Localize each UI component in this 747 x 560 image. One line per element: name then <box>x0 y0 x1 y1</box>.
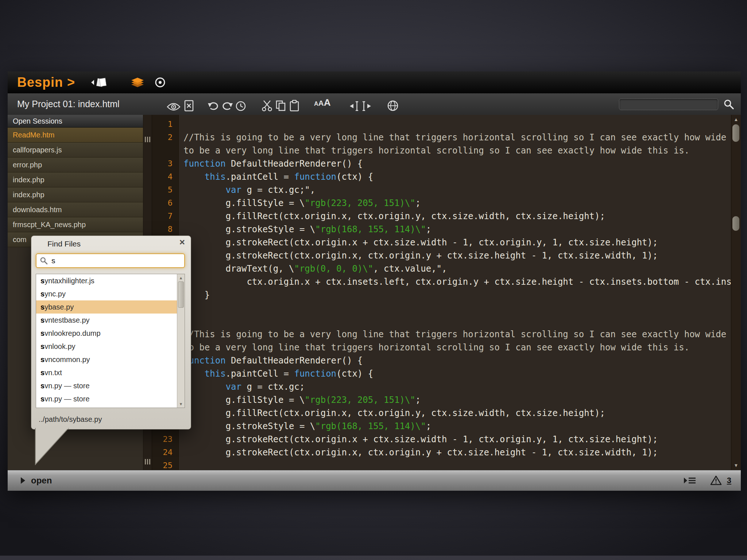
find-file-item[interactable]: svn.py — store <box>36 379 185 392</box>
paste-icon[interactable] <box>289 97 299 112</box>
code-text[interactable] <box>178 118 731 131</box>
code-text[interactable]: var g = ctx.gc; <box>178 380 731 393</box>
code-text[interactable]: this.paintCell = function(ctx) { <box>178 170 731 183</box>
find-search-input[interactable] <box>51 256 173 265</box>
close-icon[interactable]: × <box>179 237 185 247</box>
sidebar-file-row[interactable]: ReadMe.htm <box>8 128 143 143</box>
code-line: 25 <box>152 459 731 470</box>
history-clock-icon[interactable] <box>235 97 246 112</box>
code-text[interactable]: to be a very long line that triggers hor… <box>178 341 731 354</box>
find-list-scrollbar[interactable]: ▲ ▼ <box>177 274 185 408</box>
code-text[interactable]: function DefaultHeaderRenderer() { <box>178 354 731 367</box>
close-file-icon[interactable] <box>184 97 194 112</box>
code-text[interactable]: g.fillStyle = \"rgb(223, 205, 151)\"; <box>178 197 731 210</box>
code-text[interactable]: g.strokeRect(ctx.origin.x + ctx.size.wid… <box>178 433 731 446</box>
code-lines: 12//This is going to be a very long line… <box>152 118 731 470</box>
search-icon[interactable] <box>723 99 734 110</box>
sidebar-file-row[interactable]: error.php <box>8 158 143 172</box>
code-text[interactable]: //This is going to be a very long line t… <box>178 328 731 341</box>
code-line: 17function DefaultHeaderRenderer() { <box>152 354 731 367</box>
code-line: 6 g.fillStyle = \"rgb(223, 205, 151)\"; <box>152 197 731 210</box>
editor[interactable]: 12//This is going to be a very long line… <box>152 115 741 470</box>
code-text[interactable]: g.fillRect(ctx.origin.x, ctx.origin.y, c… <box>178 210 731 223</box>
editor-scrollbar[interactable]: ▲ ▼ <box>731 115 741 470</box>
line-number: 23 <box>152 433 178 446</box>
cut-icon[interactable] <box>262 97 272 112</box>
scroll-up-icon[interactable]: ▲ <box>177 275 185 281</box>
line-number: 25 <box>152 459 178 470</box>
code-text[interactable]: function DefaultHeaderRenderer() { <box>178 157 731 170</box>
code-text[interactable] <box>178 302 731 315</box>
find-file-item[interactable]: svn.txt <box>36 366 185 379</box>
globe-icon[interactable] <box>387 97 399 112</box>
code-text[interactable]: drawText(g, \"rgb(0, 0, 0)\", ctx.value,… <box>178 262 731 275</box>
command-prompt-label[interactable]: open <box>31 475 52 486</box>
statusbar-right: 3 <box>683 475 731 486</box>
copy-icon[interactable] <box>275 97 286 112</box>
code-text[interactable]: g.fillRect(ctx.origin.x, ctx.origin.y, c… <box>178 407 731 420</box>
find-file-item[interactable]: svntestbase.py <box>36 314 185 327</box>
warning-icon[interactable] <box>710 475 722 486</box>
code-text[interactable]: g.strokeRect(ctx.origin.x, ctx.origin.y … <box>178 446 731 459</box>
find-file-item[interactable]: syntaxhilighter.js <box>36 274 185 287</box>
bespin-window: Bespin > <box>8 71 741 491</box>
scrollbar-thumb[interactable] <box>178 281 184 308</box>
sidebar-file-row[interactable]: index.php <box>8 187 143 202</box>
find-file-item[interactable]: sync.py <box>36 287 185 300</box>
error-count[interactable]: 3 <box>727 476 731 485</box>
scrollbar-thumb[interactable] <box>732 216 739 231</box>
find-file-item[interactable]: svnlook.py <box>36 340 185 353</box>
scroll-down-icon[interactable]: ▼ <box>731 462 741 469</box>
code-text[interactable]: var g = ctx.gc;", <box>178 183 731 197</box>
cursor-right-icon[interactable] <box>361 97 372 112</box>
code-text[interactable]: ctx.origin.x + ctx.insets.left, ctx.orig… <box>178 275 731 288</box>
find-file-item[interactable]: svnlookrepo.dump <box>36 327 185 340</box>
find-file-item[interactable]: svn.py — store <box>36 392 185 405</box>
layers-icon[interactable] <box>131 77 144 88</box>
line-number: 4 <box>152 170 178 183</box>
toolbar-search-input[interactable] <box>619 98 718 110</box>
code-line: 13 } <box>152 288 731 302</box>
code-text[interactable]: g.strokeRect(ctx.origin.x, ctx.origin.y … <box>178 249 731 262</box>
code-line: 20 g.fillStyle = \"rgb(223, 205, 151)\"; <box>152 393 731 407</box>
redo-icon[interactable] <box>221 97 233 112</box>
sidebar-file-row[interactable]: frmscpt_KA_news.php <box>8 217 143 232</box>
preview-eye-icon[interactable] <box>167 97 181 112</box>
command-list-icon[interactable] <box>683 476 696 485</box>
code-text[interactable]: to be a very long line that triggers hor… <box>178 144 731 157</box>
code-text[interactable]: this.paintCell = function(ctx) { <box>178 367 731 380</box>
code-line: 4 this.paintCell = function(ctx) { <box>152 170 731 183</box>
scrollbar-grip-icon[interactable] <box>145 459 150 464</box>
scroll-up-icon[interactable]: ▲ <box>731 116 741 123</box>
code-line: 3function DefaultHeaderRenderer() { <box>152 157 731 170</box>
toolbar-search <box>619 98 734 110</box>
font-size-icon[interactable]: AAA <box>314 97 331 112</box>
code-text[interactable]: g.strokeStyle = \"rgb(168, 155, 114)\"; <box>178 420 731 433</box>
scrollbar-thumb[interactable] <box>732 124 739 142</box>
code-line: 10 g.strokeRect(ctx.origin.x, ctx.origin… <box>152 249 731 262</box>
code-text[interactable]: g.strokeStyle = \"rgb(168, 155, 114)\"; <box>178 223 731 236</box>
scrollbar-grip-icon[interactable] <box>145 137 150 142</box>
sidebar-file-row[interactable]: index.php <box>8 172 143 187</box>
code-text[interactable]: //This is going to be a very long line t… <box>178 131 731 144</box>
code-line: 7 g.fillRect(ctx.origin.x, ctx.origin.y,… <box>152 210 731 223</box>
code-text[interactable]: g.fillStyle = \"rgb(223, 205, 151)\"; <box>178 393 731 407</box>
status-bar: open 3 <box>8 470 741 491</box>
code-text[interactable]: g.strokeRect(ctx.origin.x + ctx.size.wid… <box>178 236 731 249</box>
target-icon[interactable] <box>154 76 166 89</box>
page-nav-icon[interactable] <box>90 77 108 88</box>
line-number: 3 <box>152 157 178 170</box>
search-icon <box>40 257 48 265</box>
sidebar-file-row[interactable]: callforpapers.js <box>8 143 143 158</box>
code-text[interactable] <box>178 315 731 328</box>
code-line: 16//This is going to be a very long line… <box>152 328 731 341</box>
code-text[interactable] <box>178 459 731 470</box>
sidebar-file-row[interactable]: downloads.htm <box>8 202 143 217</box>
cursor-left-icon[interactable] <box>348 97 359 112</box>
scroll-down-icon[interactable]: ▼ <box>177 401 185 407</box>
undo-icon[interactable] <box>208 97 219 112</box>
code-text[interactable]: } <box>178 288 731 302</box>
find-file-item[interactable]: svncommon.py <box>36 353 185 366</box>
code-line: 14 <box>152 302 731 315</box>
find-file-item[interactable]: sybase.py <box>36 300 185 314</box>
